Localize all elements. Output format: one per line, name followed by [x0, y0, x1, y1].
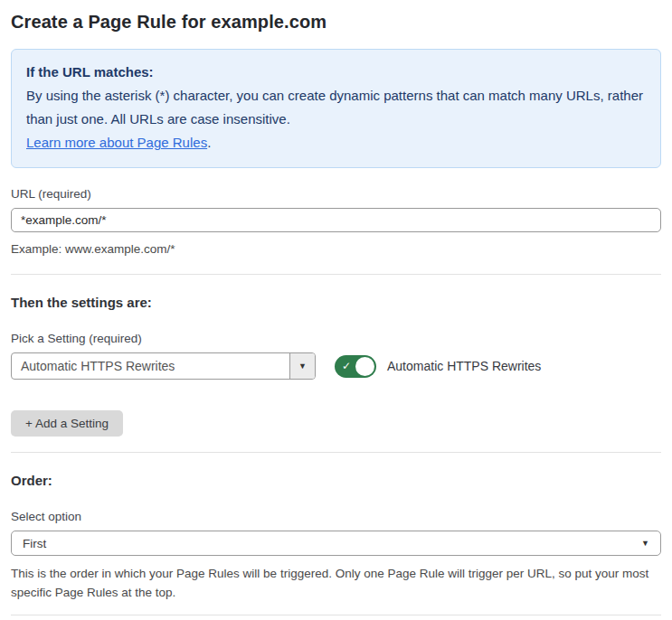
- divider-footer: [11, 615, 661, 615]
- page-title: Create a Page Rule for example.com: [11, 12, 661, 33]
- learn-more-link[interactable]: Learn more about Page Rules: [26, 135, 207, 150]
- url-example-helper: Example: www.example.com/*: [11, 240, 661, 258]
- link-suffix: .: [207, 135, 211, 150]
- chevron-down-icon: ▼: [298, 362, 307, 371]
- divider-url-settings: [11, 274, 661, 275]
- pick-setting-label: Pick a Setting (required): [11, 332, 661, 345]
- settings-section-heading: Then the settings are:: [11, 295, 661, 310]
- toggle-knob: [355, 357, 374, 376]
- toggle-label: Automatic HTTPS Rewrites: [387, 359, 541, 373]
- url-field-label: URL (required): [11, 187, 661, 201]
- order-select-value: First: [23, 537, 641, 550]
- url-matches-info-box: If the URL matches: By using the asteris…: [11, 49, 661, 168]
- order-select[interactable]: First ▼: [11, 531, 661, 556]
- add-setting-button[interactable]: + Add a Setting: [11, 410, 123, 437]
- info-box-link-line: Learn more about Page Rules.: [26, 131, 646, 155]
- info-box-heading: If the URL matches:: [26, 61, 646, 84]
- url-input[interactable]: [11, 208, 661, 232]
- page-rule-form: Create a Page Rule for example.com If th…: [0, 12, 672, 620]
- https-rewrites-toggle[interactable]: ✓: [335, 355, 376, 378]
- select-arrow-icon: ▼: [641, 539, 649, 548]
- setting-dropdown[interactable]: Automatic HTTPS Rewrites ▼: [11, 352, 316, 380]
- order-helper-text: This is the order in which your Page Rul…: [11, 564, 661, 602]
- select-option-label: Select option: [11, 510, 661, 523]
- info-box-body: By using the asterisk (*) character, you…: [26, 84, 646, 131]
- order-section-heading: Order:: [11, 473, 661, 488]
- setting-dropdown-value: Automatic HTTPS Rewrites: [12, 353, 289, 379]
- divider-settings-order: [11, 452, 661, 453]
- setting-row: Automatic HTTPS Rewrites ▼ ✓ Automatic H…: [11, 352, 661, 380]
- toggle-check-icon: ✓: [342, 361, 351, 371]
- setting-dropdown-button[interactable]: ▼: [289, 353, 315, 379]
